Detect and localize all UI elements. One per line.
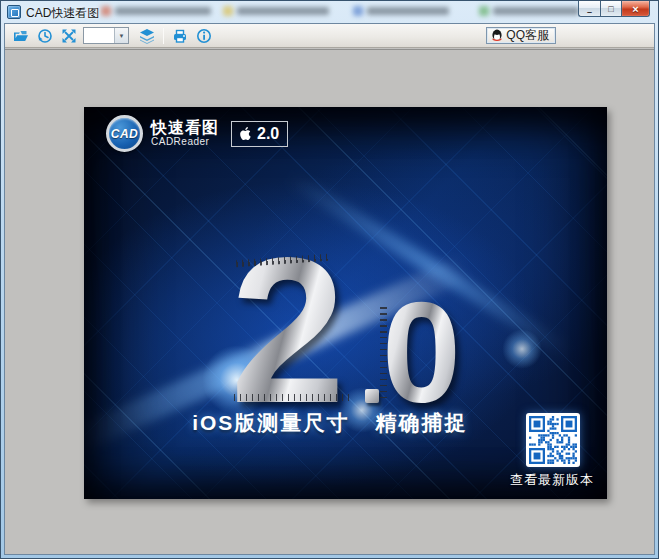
recent-files-button[interactable]	[33, 26, 57, 46]
big-version-digit-2: 2	[230, 249, 346, 411]
printer-icon	[172, 28, 188, 44]
fit-extents-icon	[61, 28, 77, 44]
ruler-ticks	[380, 307, 387, 403]
print-button[interactable]	[168, 26, 192, 46]
background-window-blur	[101, 6, 211, 16]
history-clock-icon	[37, 28, 53, 44]
zoom-fit-button[interactable]	[57, 26, 81, 46]
scale-dropdown[interactable]: ▼	[83, 27, 129, 44]
ruler-ticks	[234, 394, 354, 401]
splash-tagline: iOS版测量尺寸精确捕捉	[84, 409, 576, 437]
toolbar: ▼	[5, 24, 654, 48]
background-window-blur	[479, 6, 579, 16]
splash-promo-image[interactable]: CAD 快速看图 CADReader 2.0 2	[84, 107, 607, 499]
qq-support-button[interactable]: QQ客服	[486, 27, 556, 44]
background-window-blur	[353, 6, 449, 16]
splash-logo: CAD 快速看图 CADReader 2.0	[106, 115, 288, 152]
qr-code[interactable]	[526, 413, 580, 467]
brand-subname: CADReader	[151, 137, 219, 148]
window-title: CAD快速看图	[26, 5, 99, 22]
chevron-down-icon[interactable]: ▼	[114, 28, 128, 43]
layers-icon	[139, 28, 155, 44]
open-folder-icon	[13, 28, 29, 44]
aero-glass-background	[1, 1, 658, 23]
layers-button[interactable]	[135, 26, 159, 46]
qq-penguin-icon	[491, 29, 503, 42]
titlebar[interactable]: CAD快速看图 – □ ×	[1, 1, 658, 23]
apple-logo-icon	[238, 125, 253, 142]
big-version-digit-0: 0	[382, 297, 461, 409]
toolbar-separator	[163, 28, 164, 44]
client-area: ▼	[4, 23, 655, 555]
minimize-button[interactable]: –	[578, 1, 600, 17]
cad-logo-icon: CAD	[106, 115, 143, 152]
apple-badge-version: 2.0	[257, 125, 279, 143]
apple-version-badge: 2.0	[231, 121, 288, 147]
about-button[interactable]	[192, 26, 216, 46]
maximize-button[interactable]: □	[600, 1, 622, 17]
qr-caption: 查看最新版本	[503, 471, 601, 489]
brand-name: 快速看图	[151, 120, 219, 137]
qr-code-svg	[529, 416, 577, 464]
app-icon	[7, 5, 21, 19]
background-window-blur	[223, 6, 329, 16]
qq-support-label: QQ客服	[506, 27, 549, 44]
open-file-button[interactable]	[9, 26, 33, 46]
drawing-canvas[interactable]: CAD 快速看图 CADReader 2.0 2	[5, 49, 654, 554]
info-icon	[196, 28, 212, 44]
app-window: CAD快速看图 – □ ×	[0, 0, 659, 559]
big-version-dot	[365, 389, 379, 403]
close-button[interactable]: ×	[622, 1, 650, 17]
